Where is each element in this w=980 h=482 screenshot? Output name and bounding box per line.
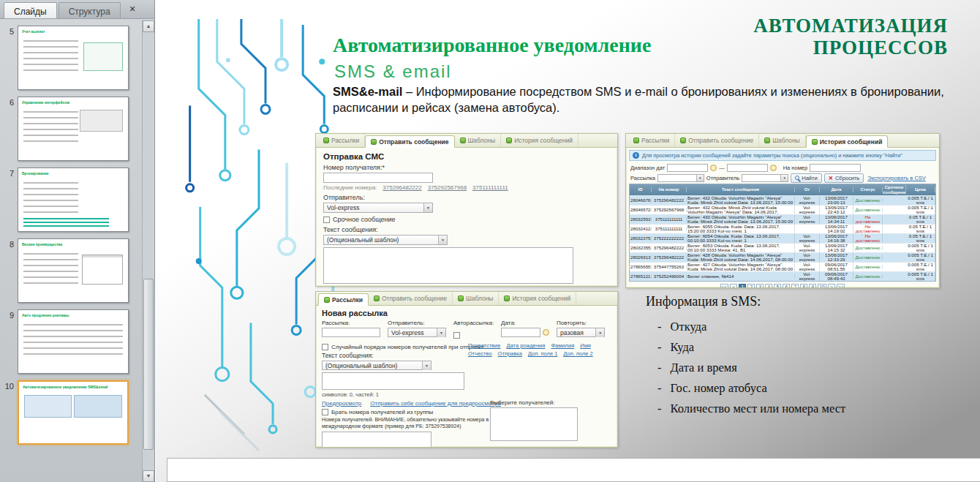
table-header: IDНа номерТекст сообщенияОтДатаСтатусСро… [630, 184, 935, 195]
numbers-textarea[interactable] [322, 432, 431, 448]
scrollbar-thumb[interactable] [143, 279, 154, 449]
urgent-checkbox[interactable] [323, 216, 330, 223]
page-button[interactable]: 9 [809, 284, 816, 288]
mini-tab[interactable]: Шаблоны [453, 292, 500, 305]
table-row[interactable]: 28032375 375222222222 Билет: 6054 Otkuda… [630, 233, 935, 243]
last-number-link[interactable]: 375111111111 [472, 184, 508, 191]
template-select[interactable]: (Опциональный шаблон) ▼ [322, 361, 431, 370]
to-number-input[interactable] [810, 164, 861, 172]
mailing-filter-select[interactable]: ▼ [657, 174, 704, 182]
tab-structure[interactable]: Структура [59, 2, 121, 18]
cell-id: 28046572 [630, 208, 652, 213]
table-row[interactable]: 28032553 375111111111 Билет: 430 Otkuda:… [630, 214, 935, 224]
auto-mailing-checkbox[interactable] [453, 332, 460, 339]
slide-thumbnail[interactable]: 9 Авто продление рекламы [1, 309, 139, 374]
insert-field-link[interactable]: Доп. поле 2 [563, 350, 592, 357]
page-button[interactable]: 8 [800, 284, 807, 288]
notes-pane[interactable] [167, 458, 980, 482]
slide-preview[interactable]: Авто продление рекламы [18, 309, 129, 374]
mini-tab[interactable]: Шаблоны [759, 134, 806, 147]
export-csv-link[interactable]: Экспортировать в CSV [867, 175, 926, 181]
mailing-name-input[interactable] [322, 328, 380, 337]
chevron-down-icon: ▼ [437, 328, 445, 337]
mini-tab[interactable]: Шаблоны [455, 134, 502, 147]
table-row[interactable]: 28032355 375296482222 Билет: 6053 Otkuda… [630, 243, 935, 252]
page-button[interactable]: 10 [818, 284, 826, 288]
slide-thumbnail[interactable]: 5 Учет выплат [1, 26, 139, 90]
table-row[interactable]: 27865655 375447755263 Билет: 427 Otkuda:… [630, 262, 935, 271]
table-row[interactable]: 28046572 375292567968 Билет: 432 Otkuda:… [630, 205, 935, 214]
preview-link[interactable]: Предпросмотр [322, 400, 361, 407]
table-row[interactable]: 27865121 375252496004 Билет отменен, №41… [630, 271, 935, 281]
scroll-up-button[interactable]: ▲ [143, 20, 154, 32]
date-from-input[interactable] [667, 164, 708, 172]
page-button[interactable]: >> [837, 284, 845, 288]
slide-preview[interactable]: Учет выплат [18, 26, 129, 90]
insert-field-link[interactable]: Отчество [468, 350, 492, 357]
page-button[interactable]: 7 [791, 284, 799, 288]
insert-field-link[interactable]: Имя [580, 342, 591, 349]
mini-tab[interactable]: История сообщений [501, 134, 578, 147]
insert-field-link[interactable]: Фамилия [551, 342, 574, 349]
last-number-link[interactable]: 375292567968 [428, 184, 467, 191]
calendar-icon[interactable] [710, 165, 717, 171]
last-number-link[interactable]: 375296482222 [382, 184, 421, 191]
mini-tab[interactable]: Рассылки [318, 134, 365, 147]
mailing-sender-select[interactable]: Vol-express ▼ [388, 328, 446, 337]
calendar-icon[interactable] [543, 329, 549, 336]
insert-field-link[interactable]: Приветствие [468, 342, 500, 349]
find-button[interactable]: Найти [791, 173, 821, 183]
scroll-down-button[interactable]: ▼ [143, 470, 154, 482]
template-select[interactable]: (Опциональный шаблон) ▼ [323, 235, 448, 245]
slide-canvas[interactable]: АВТОМАТИЗАЦИЯ ПРОЦЕССОВ Автоматизированн… [156, 0, 980, 482]
sender-select[interactable]: Vol-express ▼ [323, 203, 433, 213]
slide-preview[interactable]: Автоматизированное уведомление SMS&email [18, 380, 129, 445]
mini-tab[interactable]: Отправить сообщение [365, 135, 454, 148]
slide-preview[interactable]: Управление интерфейсом [18, 97, 129, 161]
mailing-date-input[interactable] [501, 328, 540, 337]
page-button[interactable]: 2 [747, 284, 755, 288]
slide-thumbnail[interactable]: 6 Управление интерфейсом [1, 97, 139, 161]
mini-tab[interactable]: История сообщений [499, 292, 576, 305]
recipient-input[interactable] [323, 173, 433, 183]
slide-thumbnail[interactable]: 7 Бронирование [1, 167, 139, 232]
table-row[interactable]: 28046676 375296482222 Билет: 432 Otkuda:… [630, 195, 935, 205]
page-button[interactable]: 5 [774, 284, 781, 288]
random-order-checkbox[interactable] [322, 344, 328, 350]
tab-slides[interactable]: Слайды [4, 2, 57, 18]
thumbnails-scrollbar[interactable]: ▲ ▼ [142, 20, 154, 482]
mini-tab[interactable]: Рассылки [628, 134, 675, 147]
mini-slide-content [23, 39, 123, 85]
insert-field-link[interactable]: Отправка [498, 350, 522, 357]
calendar-icon[interactable] [770, 165, 777, 171]
slide-thumbnail[interactable]: 10 Автоматизированное уведомление SMS&em… [1, 380, 139, 445]
page-button[interactable]: 6 [783, 284, 790, 288]
mini-tab[interactable]: Рассылки [318, 293, 369, 306]
slide-preview[interactable]: Бронирование [18, 167, 129, 232]
page-button[interactable]: 3 [756, 284, 764, 288]
date-to-input[interactable] [727, 164, 768, 172]
table-row[interactable]: 28032412 375111111111 Билет: 6055 Otkuda… [630, 224, 935, 233]
insert-field-link[interactable]: Доп. поле 1 [528, 350, 557, 357]
page-button[interactable]: > [828, 284, 835, 288]
mini-tab[interactable]: Отправить сообщение [675, 134, 759, 147]
page-button[interactable]: 4 [765, 284, 772, 288]
preview-self-link[interactable]: Отправить себе сообщение для предпросмот… [370, 400, 501, 407]
group-numbers-checkbox[interactable] [322, 409, 328, 415]
page-button[interactable]: << [720, 284, 729, 288]
page-button[interactable]: < [730, 284, 737, 288]
mini-tab[interactable]: История сообщений [806, 135, 889, 148]
mailing-message-textarea[interactable] [322, 372, 464, 390]
close-icon[interactable]: ✕ [127, 4, 138, 15]
reset-button[interactable]: ✕ Сбросить [824, 173, 864, 183]
message-textarea[interactable] [323, 247, 573, 284]
page-button[interactable]: 1 [739, 284, 746, 288]
mini-tab[interactable]: Отправить сообщение [369, 292, 453, 305]
insert-field-link[interactable]: Дата рождения [506, 342, 545, 349]
slide-thumbnail[interactable]: 8 Веские преимущества [1, 238, 139, 303]
slide-preview[interactable]: Веские преимущества [18, 238, 129, 303]
table-row[interactable]: 28026913 375296482222 Билет: 428 Otkuda:… [630, 252, 935, 262]
sender-filter-select[interactable]: ▼ [742, 174, 788, 182]
recipients-listbox[interactable] [490, 407, 578, 441]
repeat-select[interactable]: разовая ▼ [557, 328, 605, 337]
